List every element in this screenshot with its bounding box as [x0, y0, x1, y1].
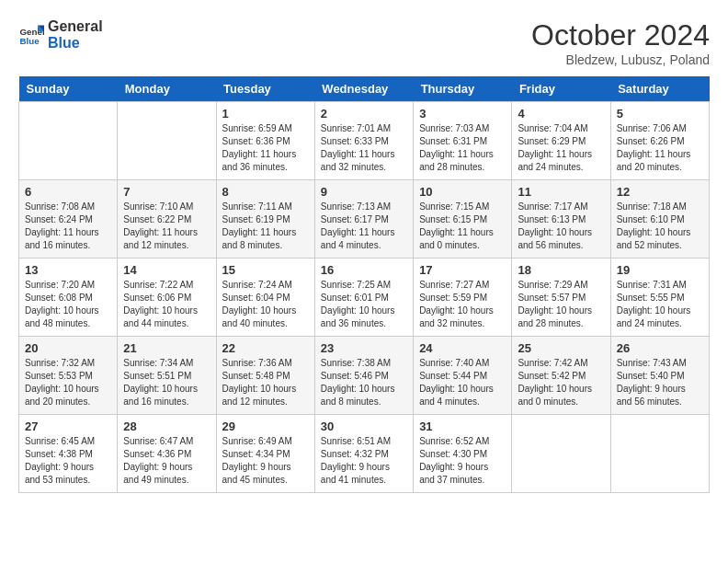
day-info: Sunrise: 7:06 AM Sunset: 6:26 PM Dayligh… [617, 122, 703, 174]
calendar-day-cell: 17Sunrise: 7:27 AM Sunset: 5:59 PM Dayli… [414, 259, 512, 337]
day-number: 30 [321, 419, 407, 433]
day-number: 14 [123, 263, 210, 277]
calendar-day-cell: 14Sunrise: 7:22 AM Sunset: 6:06 PM Dayli… [118, 259, 216, 337]
day-info: Sunrise: 7:36 AM Sunset: 5:48 PM Dayligh… [222, 357, 309, 408]
day-info: Sunrise: 7:29 AM Sunset: 5:57 PM Dayligh… [518, 279, 604, 330]
weekday-header-tuesday: Tuesday [216, 76, 314, 102]
calendar-day-cell: 3Sunrise: 7:03 AM Sunset: 6:31 PM Daylig… [414, 102, 512, 180]
calendar-day-cell: 20Sunrise: 7:32 AM Sunset: 5:53 PM Dayli… [19, 337, 118, 415]
calendar-day-cell: 8Sunrise: 7:11 AM Sunset: 6:19 PM Daylig… [216, 180, 314, 259]
weekday-header-monday: Monday [118, 76, 216, 102]
calendar-day-cell: 31Sunrise: 6:52 AM Sunset: 4:30 PM Dayli… [414, 415, 512, 493]
day-info: Sunrise: 7:18 AM Sunset: 6:10 PM Dayligh… [617, 201, 703, 252]
day-number: 19 [617, 263, 703, 277]
calendar-day-cell: 12Sunrise: 7:18 AM Sunset: 6:10 PM Dayli… [610, 180, 709, 259]
day-number: 10 [419, 185, 506, 199]
calendar-day-cell: 5Sunrise: 7:06 AM Sunset: 6:26 PM Daylig… [610, 102, 709, 180]
calendar-day-cell: 2Sunrise: 7:01 AM Sunset: 6:33 PM Daylig… [314, 102, 413, 180]
title-block: October 2024 Bledzew, Lubusz, Poland [531, 18, 710, 67]
day-info: Sunrise: 7:22 AM Sunset: 6:06 PM Dayligh… [123, 279, 210, 330]
day-number: 8 [222, 185, 309, 199]
day-number: 23 [321, 341, 407, 355]
calendar-day-cell: 26Sunrise: 7:43 AM Sunset: 5:40 PM Dayli… [610, 337, 709, 415]
day-info: Sunrise: 6:47 AM Sunset: 4:36 PM Dayligh… [123, 435, 210, 487]
calendar-day-cell [610, 415, 709, 493]
calendar-week-row: 1Sunrise: 6:59 AM Sunset: 6:36 PM Daylig… [19, 102, 710, 180]
day-number: 21 [123, 341, 210, 355]
logo-general: General [48, 18, 103, 35]
day-number: 9 [321, 185, 407, 199]
day-number: 12 [617, 185, 703, 199]
day-info: Sunrise: 7:43 AM Sunset: 5:40 PM Dayligh… [617, 357, 703, 408]
calendar-day-cell: 6Sunrise: 7:08 AM Sunset: 6:24 PM Daylig… [19, 180, 118, 259]
day-info: Sunrise: 7:08 AM Sunset: 6:24 PM Dayligh… [25, 201, 111, 252]
day-info: Sunrise: 7:25 AM Sunset: 6:01 PM Dayligh… [321, 279, 407, 330]
page-header: General Blue General Blue October 2024 B… [18, 18, 710, 67]
day-number: 1 [222, 107, 309, 121]
day-number: 3 [419, 107, 506, 121]
logo-icon: General Blue [18, 22, 44, 48]
calendar-day-cell: 4Sunrise: 7:04 AM Sunset: 6:29 PM Daylig… [512, 102, 610, 180]
day-number: 15 [222, 263, 309, 277]
calendar-day-cell: 16Sunrise: 7:25 AM Sunset: 6:01 PM Dayli… [314, 259, 413, 337]
day-info: Sunrise: 7:31 AM Sunset: 5:55 PM Dayligh… [617, 279, 703, 330]
day-number: 25 [518, 341, 604, 355]
day-info: Sunrise: 6:51 AM Sunset: 4:32 PM Dayligh… [321, 435, 407, 487]
day-info: Sunrise: 7:01 AM Sunset: 6:33 PM Dayligh… [321, 122, 407, 174]
day-number: 16 [321, 263, 407, 277]
day-number: 31 [419, 419, 506, 433]
day-info: Sunrise: 7:03 AM Sunset: 6:31 PM Dayligh… [419, 122, 506, 174]
logo-blue: Blue [48, 35, 103, 52]
calendar-week-row: 20Sunrise: 7:32 AM Sunset: 5:53 PM Dayli… [19, 337, 710, 415]
calendar-day-cell [19, 102, 118, 180]
day-info: Sunrise: 7:15 AM Sunset: 6:15 PM Dayligh… [419, 201, 506, 252]
day-info: Sunrise: 7:04 AM Sunset: 6:29 PM Dayligh… [518, 122, 604, 174]
day-number: 11 [518, 185, 604, 199]
day-info: Sunrise: 6:45 AM Sunset: 4:38 PM Dayligh… [25, 435, 111, 487]
day-number: 13 [25, 263, 111, 277]
calendar-table: SundayMondayTuesdayWednesdayThursdayFrid… [18, 76, 710, 493]
day-info: Sunrise: 7:20 AM Sunset: 6:08 PM Dayligh… [25, 279, 111, 330]
day-number: 22 [222, 341, 309, 355]
day-number: 7 [123, 185, 210, 199]
day-info: Sunrise: 6:49 AM Sunset: 4:34 PM Dayligh… [222, 435, 309, 487]
day-number: 5 [617, 107, 703, 121]
day-info: Sunrise: 7:13 AM Sunset: 6:17 PM Dayligh… [321, 201, 407, 252]
calendar-day-cell: 29Sunrise: 6:49 AM Sunset: 4:34 PM Dayli… [216, 415, 314, 493]
weekday-header-saturday: Saturday [610, 76, 709, 102]
calendar-day-cell: 18Sunrise: 7:29 AM Sunset: 5:57 PM Dayli… [512, 259, 610, 337]
location-subtitle: Bledzew, Lubusz, Poland [531, 52, 710, 67]
day-number: 20 [25, 341, 111, 355]
calendar-week-row: 6Sunrise: 7:08 AM Sunset: 6:24 PM Daylig… [19, 180, 710, 259]
day-number: 2 [321, 107, 407, 121]
calendar-day-cell: 25Sunrise: 7:42 AM Sunset: 5:42 PM Dayli… [512, 337, 610, 415]
day-number: 27 [25, 419, 111, 433]
day-info: Sunrise: 7:34 AM Sunset: 5:51 PM Dayligh… [123, 357, 210, 408]
calendar-day-cell: 23Sunrise: 7:38 AM Sunset: 5:46 PM Dayli… [314, 337, 413, 415]
day-info: Sunrise: 7:17 AM Sunset: 6:13 PM Dayligh… [518, 201, 604, 252]
calendar-day-cell: 11Sunrise: 7:17 AM Sunset: 6:13 PM Dayli… [512, 180, 610, 259]
calendar-day-cell: 28Sunrise: 6:47 AM Sunset: 4:36 PM Dayli… [118, 415, 216, 493]
calendar-day-cell: 19Sunrise: 7:31 AM Sunset: 5:55 PM Dayli… [610, 259, 709, 337]
weekday-header-row: SundayMondayTuesdayWednesdayThursdayFrid… [19, 76, 710, 102]
calendar-week-row: 13Sunrise: 7:20 AM Sunset: 6:08 PM Dayli… [19, 259, 710, 337]
weekday-header-thursday: Thursday [414, 76, 512, 102]
day-info: Sunrise: 7:24 AM Sunset: 6:04 PM Dayligh… [222, 279, 309, 330]
day-info: Sunrise: 7:27 AM Sunset: 5:59 PM Dayligh… [419, 279, 506, 330]
day-info: Sunrise: 6:59 AM Sunset: 6:36 PM Dayligh… [222, 122, 309, 174]
calendar-day-cell: 15Sunrise: 7:24 AM Sunset: 6:04 PM Dayli… [216, 259, 314, 337]
day-info: Sunrise: 7:11 AM Sunset: 6:19 PM Dayligh… [222, 201, 309, 252]
day-number: 6 [25, 185, 111, 199]
weekday-header-wednesday: Wednesday [314, 76, 413, 102]
calendar-day-cell: 27Sunrise: 6:45 AM Sunset: 4:38 PM Dayli… [19, 415, 118, 493]
calendar-day-cell: 30Sunrise: 6:51 AM Sunset: 4:32 PM Dayli… [314, 415, 413, 493]
day-number: 26 [617, 341, 703, 355]
calendar-day-cell: 7Sunrise: 7:10 AM Sunset: 6:22 PM Daylig… [118, 180, 216, 259]
weekday-header-friday: Friday [512, 76, 610, 102]
calendar-day-cell: 10Sunrise: 7:15 AM Sunset: 6:15 PM Dayli… [414, 180, 512, 259]
day-number: 24 [419, 341, 506, 355]
calendar-day-cell: 13Sunrise: 7:20 AM Sunset: 6:08 PM Dayli… [19, 259, 118, 337]
calendar-day-cell: 9Sunrise: 7:13 AM Sunset: 6:17 PM Daylig… [314, 180, 413, 259]
calendar-day-cell: 1Sunrise: 6:59 AM Sunset: 6:36 PM Daylig… [216, 102, 314, 180]
day-info: Sunrise: 7:38 AM Sunset: 5:46 PM Dayligh… [321, 357, 407, 408]
